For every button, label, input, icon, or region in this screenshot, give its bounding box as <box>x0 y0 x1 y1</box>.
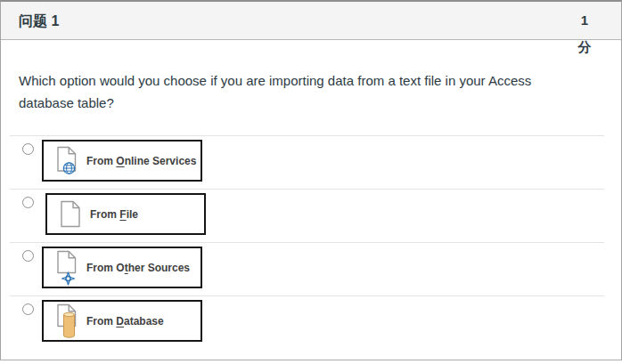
answer-row-from-other-sources[interactable]: From Other Sources <box>1 243 621 295</box>
question-text: Which option would you choose if you are… <box>19 69 576 114</box>
option-image-from-online-services[interactable]: From Online Services <box>42 140 202 182</box>
radio-button[interactable] <box>22 143 34 155</box>
answer-row-from-online-services[interactable]: From Online Services <box>1 136 621 189</box>
option-label: From Online Services <box>86 155 196 167</box>
option-image-from-other-sources[interactable]: From Other Sources <box>42 247 202 288</box>
document-globe-icon <box>56 146 78 175</box>
radio-button[interactable] <box>22 250 34 262</box>
option-image-from-database[interactable]: From Database <box>42 300 202 342</box>
document-icon <box>60 200 81 228</box>
radio-button[interactable] <box>22 303 34 315</box>
option-label: From Database <box>86 315 164 328</box>
question-title: 问题 1 <box>19 2 59 40</box>
question-points: 1 分 <box>575 7 594 61</box>
answers-list: From Online Services From File <box>1 135 621 349</box>
answer-row-from-database[interactable]: From Database <box>1 296 621 349</box>
option-label: From Other Sources <box>86 262 190 274</box>
question-header: 问题 1 1 分 <box>1 2 621 40</box>
option-image-from-file[interactable]: From File <box>45 193 206 235</box>
radio-button[interactable] <box>22 197 34 208</box>
answer-row-from-file[interactable]: From File <box>1 190 621 242</box>
document-database-icon <box>56 303 78 339</box>
option-label: From File <box>90 208 138 221</box>
document-compass-icon <box>56 250 78 286</box>
quiz-question-card: 问题 1 1 分 Which option would you choose i… <box>0 0 622 360</box>
